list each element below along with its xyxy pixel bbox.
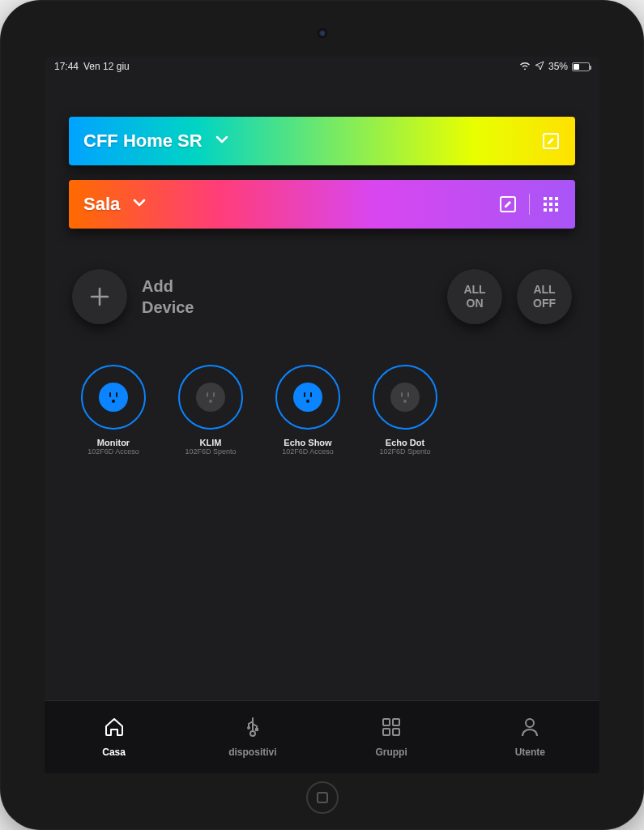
svg-point-18: [526, 719, 534, 727]
svg-rect-4: [555, 197, 558, 200]
tab-label: Casa: [102, 747, 126, 758]
tab-label: Utente: [515, 747, 545, 758]
tab-label: dispositivi: [228, 747, 276, 758]
svg-rect-6: [549, 203, 552, 206]
device-status: 102F6D Spento: [379, 447, 430, 456]
status-bar: 17:44 Ven 12 giu 35%: [45, 57, 599, 76]
all-off-button[interactable]: ALLOFF: [517, 269, 572, 324]
device-grid: Monitor 102F6D Acceso KLIM 102F6D Spento: [72, 365, 572, 456]
divider: [529, 194, 530, 215]
device-echo-show[interactable]: Echo Show 102F6D Acceso: [267, 365, 349, 456]
svg-point-11: [250, 731, 255, 736]
content-area: CFF Home SR Sala: [45, 76, 599, 700]
device-echo-dot[interactable]: Echo Dot 102F6D Spento: [364, 365, 446, 456]
location-icon: [535, 61, 544, 73]
device-ring: [373, 365, 437, 430]
outlet-icon: [196, 383, 225, 412]
user-icon: [519, 717, 540, 740]
wifi-icon: [519, 61, 531, 72]
svg-rect-17: [393, 729, 399, 735]
svg-point-12: [247, 726, 250, 729]
screen: 17:44 Ven 12 giu 35% CFF Home SR: [45, 57, 599, 773]
home-selector[interactable]: CFF Home SR: [69, 117, 575, 165]
outlet-icon: [390, 383, 420, 412]
ipad-home-button[interactable]: [306, 781, 339, 814]
device-name: Echo Dot: [386, 438, 424, 447]
battery-percent: 35%: [548, 61, 568, 72]
battery-icon: [572, 62, 590, 71]
home-icon: [104, 717, 125, 740]
device-status: 102F6D Acceso: [87, 447, 139, 456]
svg-rect-5: [544, 203, 547, 206]
svg-rect-14: [383, 719, 390, 725]
device-name: Echo Show: [284, 438, 331, 447]
all-on-button[interactable]: ALLON: [447, 269, 502, 324]
svg-rect-8: [544, 208, 547, 212]
device-ring: [178, 365, 243, 430]
device-status: 102F6D Acceso: [282, 447, 334, 456]
outlet-icon: [99, 383, 128, 412]
tab-devices[interactable]: dispositivi: [183, 717, 322, 758]
device-monitor[interactable]: Monitor 102F6D Acceso: [72, 365, 155, 456]
outlet-icon: [293, 383, 322, 412]
svg-rect-15: [393, 719, 399, 725]
camera-dot: [318, 28, 327, 38]
edit-room-button[interactable]: [498, 195, 518, 214]
status-date: Ven 12 giu: [83, 61, 130, 72]
home-name: CFF Home SR: [83, 130, 203, 152]
svg-rect-9: [549, 208, 552, 212]
tab-label: Gruppi: [375, 747, 407, 758]
device-name: Monitor: [97, 438, 130, 447]
device-name: KLIM: [200, 438, 222, 447]
svg-rect-16: [383, 729, 390, 735]
ipad-frame: 17:44 Ven 12 giu 35% CFF Home SR: [0, 0, 644, 830]
svg-rect-13: [255, 728, 258, 731]
tab-bar: Casa dispositivi Gruppi Utente: [45, 700, 599, 773]
add-device-label: Add Device: [142, 276, 194, 318]
room-selector[interactable]: Sala: [69, 180, 575, 229]
tab-groups[interactable]: Gruppi: [322, 717, 461, 758]
usb-icon: [242, 717, 263, 740]
svg-rect-10: [555, 208, 558, 212]
grid-view-button[interactable]: [541, 195, 561, 214]
svg-rect-7: [555, 203, 558, 206]
room-name: Sala: [83, 194, 120, 215]
device-ring: [275, 365, 340, 430]
device-klim[interactable]: KLIM 102F6D Spento: [169, 365, 252, 456]
controls-row: Add Device ALLON ALLOFF: [72, 269, 572, 324]
edit-home-button[interactable]: [541, 131, 561, 151]
chevron-down-icon: [131, 195, 147, 214]
device-status: 102F6D Spento: [185, 447, 236, 456]
add-device-button[interactable]: [72, 269, 127, 324]
chevron-down-icon: [214, 131, 230, 151]
device-ring: [81, 365, 146, 430]
groups-icon: [381, 717, 402, 740]
tab-user[interactable]: Utente: [461, 717, 599, 758]
tab-home[interactable]: Casa: [45, 717, 183, 758]
svg-rect-3: [549, 197, 552, 200]
svg-rect-2: [544, 197, 547, 200]
status-time: 17:44: [54, 61, 79, 72]
